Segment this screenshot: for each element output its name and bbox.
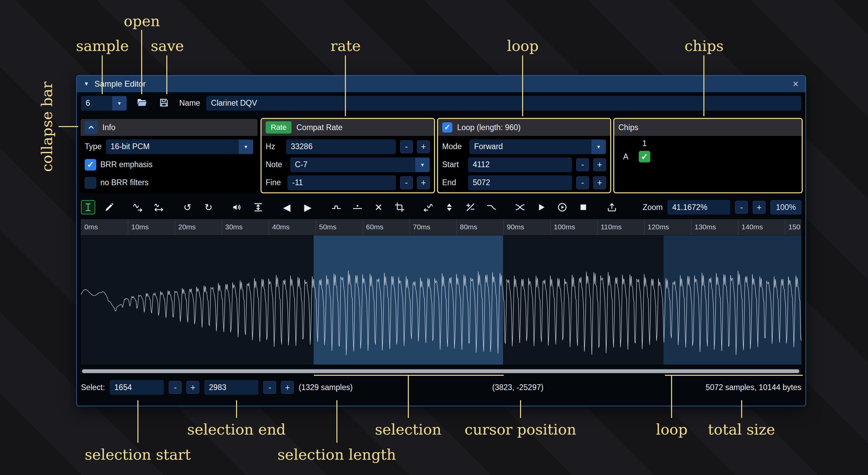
- upload-icon: [607, 202, 617, 212]
- loop-start-input[interactable]: 4112: [468, 157, 572, 172]
- chip-a1-checkbox[interactable]: ✓: [639, 151, 650, 162]
- loop-start-increase-button[interactable]: +: [593, 158, 606, 171]
- normalize-button[interactable]: [251, 200, 265, 214]
- loop-title: Loop (length: 960): [457, 123, 521, 132]
- sample-row: 6 ▼ Name Clarinet DQV: [81, 95, 801, 111]
- chevron-down-icon[interactable]: ▼: [112, 96, 127, 110]
- loop-end-increase-button[interactable]: +: [593, 176, 606, 189]
- chips-panel: Chips 1 A ✓: [613, 118, 803, 193]
- annotation-save: save: [151, 37, 184, 54]
- annotation-selection-start: selection start: [85, 446, 191, 463]
- compat-rate-tab[interactable]: Compat Rate: [296, 123, 343, 132]
- scrollbar-thumb[interactable]: [82, 369, 799, 373]
- chevron-down-icon[interactable]: ▼: [239, 140, 253, 154]
- fade-out-button[interactable]: ▶: [301, 200, 315, 214]
- draw-mode-button[interactable]: [102, 200, 116, 214]
- zoom-reset-button[interactable]: 100%: [770, 200, 801, 214]
- preview-in-context-button[interactable]: [555, 200, 569, 214]
- selection-start-increase-button[interactable]: +: [186, 381, 199, 394]
- close-icon[interactable]: ×: [792, 79, 799, 89]
- waveform-scrollbar[interactable]: [81, 369, 801, 374]
- type-value: 16-bit PCM: [106, 140, 239, 154]
- annotation-line-selection-start: [137, 400, 138, 443]
- apply-silence-button[interactable]: [350, 200, 365, 214]
- annotation-selection-bracket: [314, 375, 504, 376]
- annotation-loop-bottom: loop: [656, 421, 687, 438]
- save-sample-button[interactable]: [156, 96, 172, 111]
- loop-end-input[interactable]: 5072: [468, 175, 572, 190]
- type-label: Type: [85, 142, 102, 151]
- titlebar[interactable]: ▼ Sample Editor ×: [77, 76, 805, 92]
- selection-end-increase-button[interactable]: +: [281, 381, 294, 394]
- annotation-rate: rate: [331, 37, 361, 54]
- redo-button[interactable]: ↻: [201, 200, 216, 214]
- insert-silence-button[interactable]: [329, 200, 344, 214]
- loop-mode-dropdown[interactable]: Forward ▼: [469, 139, 606, 154]
- annotation-line-total-size: [741, 400, 742, 418]
- selection-end-decrease-button[interactable]: -: [263, 381, 276, 394]
- export-button[interactable]: [605, 200, 619, 214]
- rate-tab-selected[interactable]: Rate: [266, 121, 291, 134]
- hz-decrease-button[interactable]: -: [400, 140, 413, 153]
- loop-mode-value: Forward: [470, 140, 591, 154]
- selection-end-input[interactable]: 2983: [204, 380, 258, 395]
- ruler-label: 110ms: [601, 223, 621, 231]
- stop-preview-button[interactable]: [576, 200, 590, 214]
- window-collapse-icon[interactable]: ▼: [84, 81, 89, 87]
- resize-button[interactable]: [131, 200, 145, 214]
- selection-length-text: (1329 samples): [299, 383, 353, 392]
- trim-button[interactable]: [393, 200, 407, 214]
- sample-selector-value: 6: [81, 96, 112, 110]
- plus-minus-icon: [465, 202, 475, 212]
- speaker-icon: [232, 202, 242, 212]
- sign-invert-button[interactable]: [463, 200, 478, 214]
- select-mode-button[interactable]: [81, 200, 95, 214]
- zoom-input[interactable]: 41.1672%: [667, 200, 730, 215]
- loop-start-decrease-button[interactable]: -: [576, 158, 589, 171]
- hz-increase-button[interactable]: +: [417, 140, 430, 153]
- ruler-label: 120ms: [648, 223, 669, 231]
- chevron-down-icon[interactable]: ▼: [415, 158, 430, 172]
- ruler-tick: [175, 219, 175, 235]
- name-input[interactable]: Clarinet DQV: [206, 96, 801, 111]
- loop-end-label: End: [442, 178, 464, 187]
- filter-button[interactable]: [484, 200, 499, 214]
- annotation-line-selection-length: [336, 400, 337, 443]
- fine-input[interactable]: -11: [287, 175, 396, 190]
- fine-decrease-button[interactable]: -: [400, 176, 413, 189]
- type-dropdown[interactable]: 16-bit PCM ▼: [106, 139, 253, 154]
- select-label: Select:: [81, 383, 105, 392]
- undo-button[interactable]: ↺: [180, 200, 195, 214]
- note-dropdown[interactable]: C-7 ▼: [290, 157, 430, 172]
- fine-increase-button[interactable]: +: [417, 176, 430, 189]
- panels-row: Info Type 16-bit PCM ▼ ✓ BRR emphasis no…: [80, 118, 803, 193]
- folder-open-icon: [137, 97, 148, 109]
- ruler-tick: [128, 219, 128, 235]
- crossfade-loop-button[interactable]: [513, 200, 527, 214]
- zoom-out-button[interactable]: -: [735, 201, 748, 214]
- resample-button[interactable]: [152, 200, 166, 214]
- reverse-button[interactable]: [421, 200, 435, 214]
- collapse-bar-button[interactable]: [85, 121, 98, 134]
- fade-in-button[interactable]: ◀: [280, 200, 294, 214]
- loop-end-decrease-button[interactable]: -: [576, 176, 589, 189]
- selection-start-input[interactable]: 1654: [110, 380, 164, 395]
- brr-emphasis-checkbox[interactable]: ✓: [85, 159, 96, 171]
- chevron-down-icon[interactable]: ▼: [591, 140, 606, 154]
- ruler[interactable]: 0ms10ms20ms30ms40ms50ms60ms70ms80ms90ms1…: [81, 219, 801, 235]
- zoom-in-button[interactable]: +: [753, 201, 766, 214]
- hz-input[interactable]: 33286: [286, 139, 396, 154]
- sample-selector[interactable]: 6 ▼: [81, 96, 127, 111]
- waveform-display[interactable]: [81, 235, 801, 365]
- invert-button[interactable]: [442, 200, 456, 214]
- loop-mode-label: Mode: [442, 142, 465, 151]
- no-brr-filters-checkbox[interactable]: [85, 177, 96, 189]
- play-icon: [536, 202, 546, 212]
- open-sample-button[interactable]: [134, 96, 150, 111]
- loop-enable-checkbox[interactable]: ✓: [442, 122, 452, 133]
- delete-button[interactable]: ✕: [371, 200, 386, 214]
- selection-start-decrease-button[interactable]: -: [169, 381, 182, 394]
- chips-row: A ✓: [618, 151, 798, 162]
- amplify-button[interactable]: [230, 200, 244, 214]
- preview-button[interactable]: [534, 200, 548, 214]
